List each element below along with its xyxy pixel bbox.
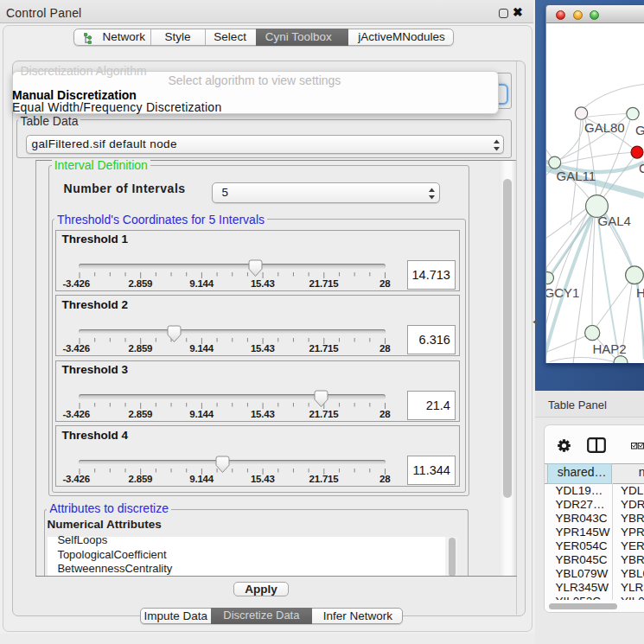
svg-text:GAL80: GAL80 [584,119,625,134]
svg-text:GCY1: GCY1 [546,285,579,300]
svg-text:HAP2: HAP2 [593,341,627,355]
svg-text:GAL4: GAL4 [598,214,631,228]
svg-text:C: C [639,160,644,175]
svg-text:GAL11: GAL11 [557,168,596,182]
svg-text:H: H [636,284,644,299]
svg-text:GA: GA [635,122,644,137]
